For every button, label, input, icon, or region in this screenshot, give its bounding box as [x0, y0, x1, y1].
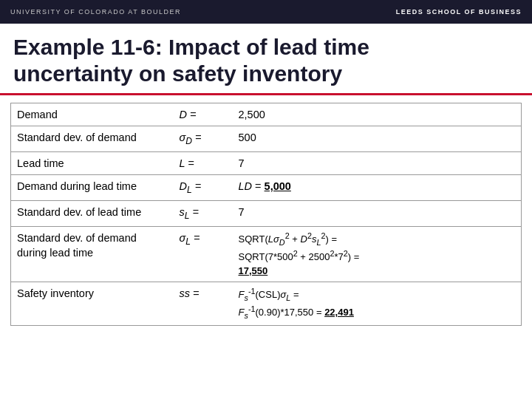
row-variable: L = [174, 152, 233, 175]
university-name: UNIVERSITY OF COLORADO AT BOULDER [10, 8, 181, 16]
row-label: Safety inventory [11, 282, 174, 325]
row-label: Lead time [11, 152, 174, 175]
table-row: Standard dev. of lead time sL = 7 [11, 201, 522, 227]
row-label: Standard dev. of lead time [11, 201, 174, 227]
header-bar: UNIVERSITY OF COLORADO AT BOULDER LEEDS … [0, 0, 532, 24]
row-label: Demand [11, 103, 174, 126]
table-row: Lead time L = 7 [11, 152, 522, 175]
page-title: Example 11-6: Impact of lead time uncert… [13, 34, 519, 87]
school-name: LEEDS SCHOOL OF BUSINESS [396, 8, 522, 16]
row-value: 2,500 [233, 103, 522, 126]
row-value: SQRT(LσD2 + D2sL2) = SQRT(7*5002 + 25002… [233, 226, 522, 282]
table-row: Safety inventory ss = Fs-1(CSL)σL = Fs-1… [11, 282, 522, 325]
row-variable: sL = [174, 201, 233, 227]
row-value: Fs-1(CSL)σL = Fs-1(0.90)*17,550 = 22,491 [233, 282, 522, 325]
row-value: 7 [233, 201, 522, 227]
data-table: Demand D = 2,500 Standard dev. of demand… [10, 103, 522, 326]
row-value: LD = 5,000 [233, 175, 522, 201]
table-row: Demand during lead time DL = LD = 5,000 [11, 175, 522, 201]
row-value: 7 [233, 152, 522, 175]
row-variable: DL = [174, 175, 233, 201]
row-variable: ss = [174, 282, 233, 325]
row-label: Demand during lead time [11, 175, 174, 201]
table-container: Demand D = 2,500 Standard dev. of demand… [0, 95, 532, 333]
row-label: Standard dev. of demand [11, 126, 174, 152]
table-row: Standard dev. of demandduring lead time … [11, 226, 522, 282]
table-row: Standard dev. of demand σD = 500 [11, 126, 522, 152]
row-label: Standard dev. of demandduring lead time [11, 226, 174, 282]
row-variable: D = [174, 103, 233, 126]
row-value: 500 [233, 126, 522, 152]
table-row: Demand D = 2,500 [11, 103, 522, 126]
row-variable: σL = [174, 226, 233, 282]
row-variable: σD = [174, 126, 233, 152]
title-area: Example 11-6: Impact of lead time uncert… [0, 24, 532, 95]
